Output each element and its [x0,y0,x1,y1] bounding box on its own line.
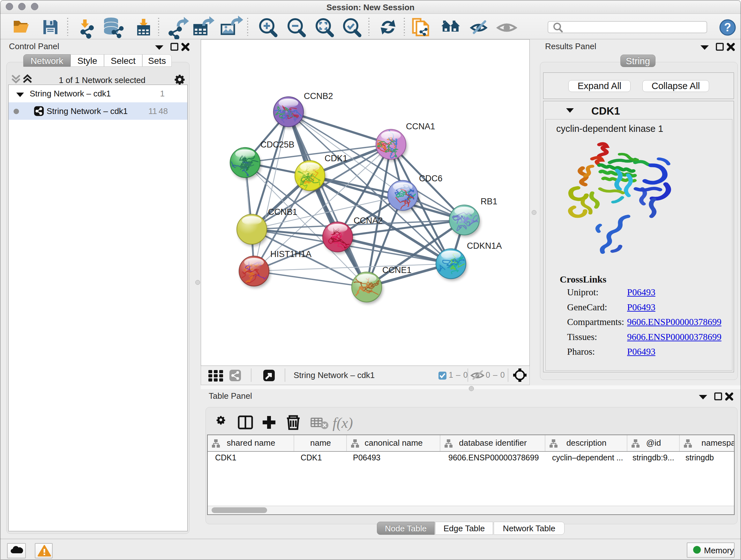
svg-text:RB1: RB1 [481,197,497,206]
svg-text:CCNA1: CCNA1 [406,122,435,131]
svg-text:CDC25B: CDC25B [260,140,294,149]
svg-text:CCNB1: CCNB1 [268,207,297,217]
svg-text:HIST1H1A: HIST1H1A [270,249,312,259]
svg-text:CDC6: CDC6 [419,174,443,183]
svg-text:CCNE1: CCNE1 [382,265,412,275]
svg-text:1 – 0: 1 – 0 [449,370,468,379]
svg-text:0 – 0: 0 – 0 [486,370,505,379]
svg-text:CCNA2: CCNA2 [354,216,383,226]
svg-text:?: ? [724,21,731,34]
svg-text:CCNB2: CCNB2 [304,91,333,101]
svg-text:f(x): f(x) [333,415,353,431]
svg-text:CDK1: CDK1 [325,153,347,163]
svg-text:CDKN1A: CDKN1A [467,241,502,251]
svg-text:String Network – cdk1: String Network – cdk1 [293,370,375,380]
